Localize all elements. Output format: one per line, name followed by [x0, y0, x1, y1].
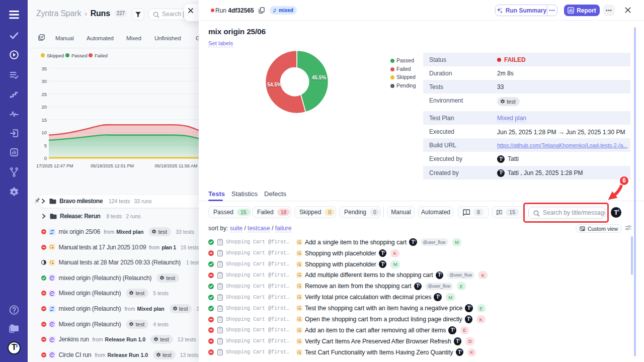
svg-text:5: 5 [44, 143, 47, 148]
svg-text:30: 30 [41, 78, 47, 84]
svg-text:54.5%: 54.5% [267, 82, 281, 87]
svg-text:45.5%: 45.5% [312, 75, 326, 80]
svg-text:06/19/2025 11:56 AM: 06/19/2025 11:56 AM [155, 163, 198, 168]
svg-text:06/18/2025 12:01 PM: 06/18/2025 12:01 PM [91, 163, 134, 168]
svg-text:17/2025 12:47 PM: 17/2025 12:47 PM [36, 163, 73, 168]
svg-text:0: 0 [44, 155, 47, 161]
svg-text:25: 25 [41, 92, 47, 97]
svg-text:35: 35 [41, 66, 47, 71]
svg-text:20: 20 [41, 104, 47, 110]
svg-text:15: 15 [41, 117, 47, 123]
svg-text:10: 10 [41, 130, 47, 135]
